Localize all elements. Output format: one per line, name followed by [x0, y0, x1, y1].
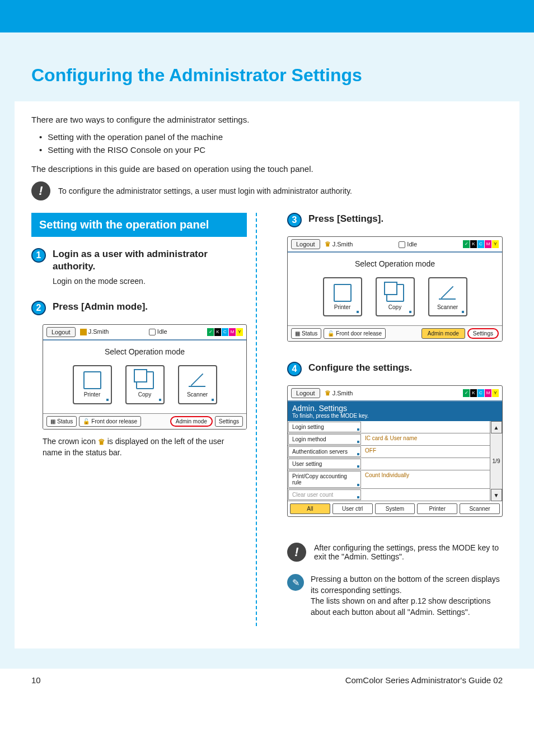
step-4-title: Configure the settings.: [308, 362, 503, 374]
idle-label: Idle: [157, 328, 167, 335]
page-footer: 10 ComColor Series Administrator's Guide…: [0, 669, 534, 698]
exclamation-icon: !: [31, 181, 50, 200]
intro-bullet: Setting with the operation panel of the …: [39, 131, 503, 144]
logout-button[interactable]: Logout: [46, 327, 76, 337]
step-badge-3: 3: [287, 213, 302, 227]
status-icon: ▦: [50, 418, 55, 424]
tab-system[interactable]: System: [375, 503, 415, 514]
front-door-button[interactable]: 🔓Front door release: [324, 328, 386, 339]
intro-block: There are two ways to configure the admi…: [31, 115, 503, 174]
printer-mode-button[interactable]: Printer: [73, 365, 112, 404]
user-setting-row[interactable]: User setting: [288, 459, 361, 469]
idle-icon: [399, 241, 405, 248]
operation-panel-screenshot-1: Logout J.Smith Idle ✓ K C M Y Select Ope…: [43, 324, 247, 430]
tab-scanner[interactable]: Scanner: [460, 503, 500, 514]
ink-check-icon: ✓: [207, 328, 214, 336]
ink-levels: ✓ K C M Y: [207, 328, 243, 336]
settings-button[interactable]: Settings: [467, 328, 499, 339]
step-1-text: Login on the mode screen.: [53, 276, 247, 287]
login-method-row[interactable]: Login method: [288, 434, 361, 445]
copy-icon: [136, 371, 154, 389]
operation-panel-screenshot-2: Logout ♛ J.Smith Idle ✓ K C M Y Select O…: [287, 236, 503, 342]
crown-icon: ♛: [325, 389, 331, 397]
admin-settings-panel: Logout ♛ J.Smith ✓ K C M Y Admin. Settin…: [287, 385, 503, 517]
login-setting-row[interactable]: Login setting: [288, 422, 361, 432]
step-3: 3 Press [Settings].: [287, 213, 503, 228]
clear-user-count-row[interactable]: Clear user count: [288, 489, 361, 500]
step-1: 1 Login as a user with administrator aut…: [31, 248, 247, 293]
admin-mode-button[interactable]: Admin mode: [421, 328, 465, 339]
tip-icon: ✎: [287, 574, 304, 591]
ink-check-icon: ✓: [463, 389, 470, 397]
copy-mode-button[interactable]: Copy: [125, 365, 165, 404]
guide-label: ComColor Series Administrator's Guide 02: [345, 675, 503, 685]
scroll-up-button[interactable]: ▲: [491, 421, 502, 433]
printer-icon: [83, 371, 101, 389]
scanner-icon: [439, 284, 457, 302]
admin-scroll: ▲ 1/9 ▼: [490, 421, 502, 501]
note-row: ! To configure the administrator setting…: [31, 181, 503, 200]
crown-caption: The crown icon ♛ is displayed on the lef…: [43, 436, 236, 459]
status-icon: ▦: [295, 330, 300, 337]
ink-m: M: [229, 328, 236, 336]
admin-mode-button[interactable]: Admin mode: [170, 416, 213, 427]
step-badge-1: 1: [31, 248, 46, 263]
page-number: 10: [31, 675, 41, 685]
mode-title: Select Operation mode: [49, 347, 241, 356]
admin-tabs: All User ctrl System Printer Scanner: [288, 501, 502, 516]
tip-row: ✎ Pressing a button on the bottom of the…: [287, 574, 503, 618]
scanner-mode-button[interactable]: Scanner: [178, 365, 217, 404]
ink-y: Y: [236, 328, 243, 336]
note-text-2: After configuring the settings, press th…: [314, 543, 503, 561]
settings-button[interactable]: Settings: [215, 416, 243, 427]
user-icon: [80, 329, 87, 335]
printer-mode-button[interactable]: Printer: [323, 277, 362, 316]
front-door-button[interactable]: 🔓Front door release: [79, 416, 141, 427]
tab-userctrl[interactable]: User ctrl: [332, 503, 373, 514]
page-indicator: 1/9: [493, 433, 500, 489]
door-icon: 🔓: [327, 330, 334, 337]
scanner-icon: [189, 371, 207, 389]
step-3-title: Press [Settings].: [308, 213, 503, 225]
auth-servers-row[interactable]: Authentication servers: [288, 446, 361, 457]
accounting-rule-row[interactable]: Print/Copy accounting rule: [288, 471, 361, 488]
body-area: There are two ways to configure the admi…: [15, 101, 519, 648]
ink-k: K: [214, 328, 221, 336]
step-2-title: Press [Admin mode].: [53, 301, 247, 313]
ink-levels: ✓ K C M Y: [463, 240, 499, 248]
top-band: [0, 0, 534, 32]
tip-text-2: The lists shown on and after p.12 show d…: [311, 596, 503, 618]
printer-icon: [334, 284, 352, 302]
status-button[interactable]: ▦Status: [46, 416, 77, 427]
admin-subtitle: To finish, press the MODE key.: [292, 413, 498, 419]
note-text: To configure the administrator settings,…: [58, 186, 352, 195]
tab-all[interactable]: All: [290, 503, 330, 514]
crown-icon: ♛: [325, 240, 331, 248]
intro-line-1: There are two ways to configure the admi…: [31, 115, 503, 124]
exclamation-icon: !: [287, 543, 306, 562]
scanner-mode-button[interactable]: Scanner: [428, 277, 467, 316]
scroll-down-button[interactable]: ▼: [491, 489, 502, 501]
admin-rows: Login setting Login methodIC card & User…: [288, 421, 490, 501]
page-title: Configuring the Administrator Settings: [31, 65, 503, 86]
ink-c: C: [222, 328, 228, 336]
user-name: J.Smith: [88, 328, 109, 335]
ink-levels: ✓ K C M Y: [463, 389, 499, 397]
admin-header: Admin. Settings To finish, press the MOD…: [288, 402, 502, 421]
intro-bullet: Setting with the RISO Console on your PC: [39, 144, 503, 157]
user-name: J.Smith: [332, 390, 353, 396]
left-column: Setting with the operation panel 1 Login…: [31, 213, 247, 626]
step-2: 2 Press [Admin mode].: [31, 301, 247, 316]
column-divider: [256, 213, 278, 626]
logout-button[interactable]: Logout: [291, 388, 320, 398]
admin-title: Admin. Settings: [292, 404, 498, 413]
copy-icon: [386, 284, 404, 302]
step-1-title: Login as a user with administrator autho…: [53, 248, 247, 273]
intro-line-2: The descriptions in this guide are based…: [31, 164, 503, 174]
copy-mode-button[interactable]: Copy: [376, 277, 415, 316]
logout-button[interactable]: Logout: [291, 239, 320, 249]
tab-printer[interactable]: Printer: [417, 503, 457, 514]
status-button[interactable]: ▦Status: [291, 328, 321, 339]
door-icon: 🔓: [83, 418, 90, 424]
step-badge-2: 2: [31, 301, 46, 315]
